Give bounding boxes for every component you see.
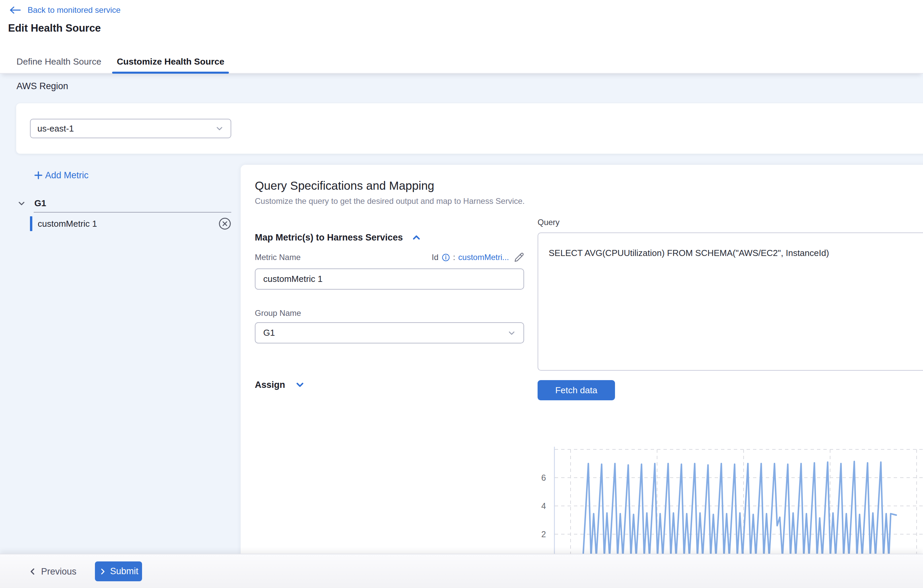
edit-pencil-icon[interactable] (514, 252, 524, 262)
y-tick-2: 2 (541, 529, 546, 539)
content-area: AWS Region us-east-1 Add Metric G1 (0, 74, 923, 554)
page-title: Edit Health Source (8, 22, 101, 34)
info-icon[interactable] (442, 253, 450, 262)
aws-region-select[interactable]: us-east-1 (30, 119, 231, 138)
active-tab-underline (112, 72, 229, 74)
assign-label: Assign (255, 380, 285, 390)
chevron-down-icon (17, 199, 26, 208)
tab-label: Define Health Source (16, 57, 101, 67)
map-metrics-section-toggle[interactable]: Map Metric(s) to Harness Services (255, 232, 422, 243)
metric-name-label: Metric Name (255, 252, 301, 262)
back-link-label: Back to monitored service (28, 5, 120, 15)
metric-name-label-row: Metric Name Id : customMetri... (255, 252, 524, 262)
remove-metric-icon[interactable] (218, 217, 231, 230)
aws-region-label: AWS Region (16, 81, 68, 92)
chevron-up-icon (411, 232, 422, 243)
chevron-left-icon (28, 567, 37, 576)
metric-list-item[interactable]: customMetric 1 (30, 216, 231, 231)
fetch-data-label: Fetch data (555, 385, 597, 396)
submit-button[interactable]: Submit (95, 562, 142, 581)
tab-customize-health-source[interactable]: Customize Health Source (112, 51, 229, 73)
query-label: Query (537, 218, 560, 227)
plus-icon (33, 170, 44, 181)
chart-y-tick-labels: 6 4 2 (541, 473, 546, 539)
chevron-right-icon (99, 567, 107, 576)
back-arrow-icon (10, 6, 21, 14)
metric-id-group: Id : customMetri... (432, 252, 524, 262)
query-preview-chart: 6 4 2 (532, 444, 923, 554)
group-name-select[interactable]: G1 (255, 322, 524, 344)
group-name-value: G1 (263, 328, 275, 338)
chart-svg: 6 4 2 (532, 444, 923, 554)
group-name-label: Group Name (255, 308, 301, 318)
tab-define-health-source[interactable]: Define Health Source (12, 51, 106, 73)
aws-region-value: us-east-1 (37, 123, 74, 134)
query-text: SELECT AVG(CPUUtilization) FROM SCHEMA("… (549, 248, 829, 258)
y-tick-4: 4 (541, 501, 546, 511)
sidebar-divider (34, 212, 231, 213)
assign-section-toggle[interactable]: Assign (255, 380, 305, 390)
query-editor[interactable]: SELECT AVG(CPUUtilization) FROM SCHEMA("… (537, 233, 923, 371)
footer-bar: Previous Submit (0, 554, 923, 588)
metric-group-row[interactable]: G1 (17, 198, 46, 208)
aws-region-card: us-east-1 (16, 103, 923, 154)
metric-item-label: customMetric 1 (38, 219, 97, 229)
back-link[interactable]: Back to monitored service (10, 5, 120, 15)
section-subheading: Customize the query to get the desired o… (255, 197, 525, 206)
metric-name-input[interactable]: customMetric 1 (255, 269, 524, 290)
edit-health-source-page: Back to monitored service Edit Health So… (0, 0, 923, 588)
add-metric-button[interactable]: Add Metric (33, 170, 89, 181)
metric-name-value: customMetric 1 (263, 274, 322, 284)
id-label: Id (432, 252, 439, 262)
query-specifications-card: Query Specifications and Mapping Customi… (241, 165, 923, 562)
previous-button[interactable]: Previous (28, 554, 76, 588)
metric-group-name: G1 (34, 198, 46, 208)
metric-id-value: customMetri... (458, 252, 509, 262)
fetch-data-button[interactable]: Fetch data (537, 380, 615, 400)
map-metrics-title: Map Metric(s) to Harness Services (255, 233, 403, 243)
chart-series-line (583, 462, 897, 554)
tab-bar: Define Health Source Customize Health So… (0, 51, 923, 74)
add-metric-label: Add Metric (45, 170, 89, 181)
chevron-down-icon (214, 123, 225, 134)
id-separator: : (453, 252, 455, 262)
y-tick-6: 6 (541, 473, 546, 482)
selected-indicator-bar (30, 216, 32, 231)
chevron-down-icon (507, 328, 517, 338)
chevron-down-icon (294, 380, 305, 390)
tab-label: Customize Health Source (117, 57, 225, 67)
previous-label: Previous (41, 567, 76, 577)
section-heading: Query Specifications and Mapping (255, 179, 434, 192)
submit-label: Submit (110, 566, 138, 577)
